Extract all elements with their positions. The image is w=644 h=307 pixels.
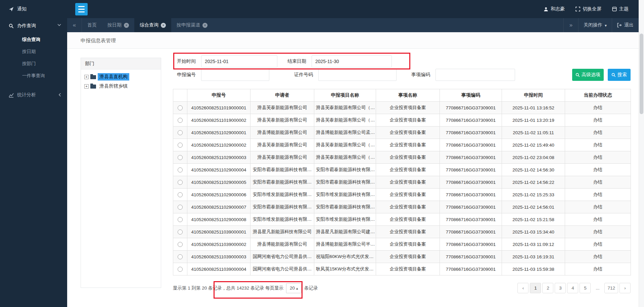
table-row[interactable]: 4105260082511019000001滑县芙泰新能源有限公司滑县芙泰新能源… (173, 102, 631, 114)
close-operations-dropdown[interactable]: 关闭操作 (578, 18, 612, 32)
row-radio[interactable] (178, 217, 183, 222)
page-size-select[interactable]: 20 (286, 283, 302, 293)
sidebar-subitem-0[interactable]: 综合查询 (0, 34, 67, 46)
chevron-left-icon (59, 93, 61, 97)
row-radio[interactable] (178, 105, 183, 110)
table-row[interactable]: 4105260082511029000005安阳市霸泰新能源科技有限…安阳市霸泰… (173, 176, 631, 189)
menu-toggle-button[interactable] (75, 3, 88, 15)
row-radio[interactable] (178, 180, 183, 185)
cell-project: 滑县星凡新能源有限公司建… (314, 226, 376, 238)
tree-node-0[interactable]: 滑县县直机构 (84, 72, 157, 82)
user-name: 和志豪 (551, 6, 565, 12)
sidebar-subitem-1[interactable]: 按日期 (0, 46, 67, 58)
table-row[interactable]: 4105260082511029000008安阳市维发新能源科技有限…安阳市维发… (173, 213, 631, 226)
table-row[interactable]: 4105260082511019000002滑县芙泰新能源有限公司滑县芙泰新能源… (173, 114, 631, 126)
row-radio[interactable] (178, 167, 183, 172)
tree-expander-icon[interactable] (84, 75, 89, 79)
tree-expander-icon[interactable] (84, 84, 89, 89)
column-header: 申报项目名称 (314, 89, 376, 102)
cell-id: 4105260082511029000002 (187, 139, 250, 151)
tab-item-2[interactable]: 综合查询× (134, 18, 171, 32)
fullscreen-toggle[interactable]: 切换全屏 (576, 6, 601, 12)
theme-menu[interactable]: 主题 (612, 6, 629, 12)
table-row[interactable]: 4105260082511029000002滑县芙泰新能源有限公司滑县芙泰新能源… (173, 139, 631, 151)
cell-applicant: 国网河南省电力公司滑县供… (250, 263, 314, 275)
tree-node-1[interactable]: 滑县所辖乡镇 (84, 82, 157, 91)
row-radio[interactable] (178, 229, 183, 235)
sidebar-menu-stats[interactable]: 统计分析 (0, 87, 67, 103)
sidebar-subitem-3[interactable]: 一件事查询 (0, 70, 67, 82)
search-button-label: 搜索 (617, 72, 627, 78)
tabbar: 首页按日期×综合查询×按申报渠道× 关闭操作 退出 (67, 18, 639, 32)
cell-code: 770866716GG37309001 (440, 213, 502, 226)
page-button-1[interactable]: 1 (530, 283, 541, 293)
cell-applicant: 滑县博能新能源有限公司 (250, 126, 314, 139)
tab-item-0[interactable]: 首页 (82, 18, 102, 32)
pagination-summary-prefix: 显示第 1 到第 20 条记录，总共 14232 条记录 每页显示 (173, 285, 283, 291)
cell-item: 企业投资项目备案 (376, 263, 440, 275)
table-row[interactable]: 4105260082511039000003国网河南省电力公司滑县供…祝瑞阳60… (173, 251, 631, 263)
page-button-4[interactable]: 4 (567, 283, 578, 293)
cell-code: 770866716GG37309001 (440, 151, 502, 164)
cell-code: 770866716GG37309001 (440, 189, 502, 201)
table-row[interactable]: 4105260082511039000004国网河南省电力公司滑县供…耿凤英15… (173, 263, 631, 275)
table-row[interactable]: 4105260082511029000004安阳市霸泰新能源科技有限…安阳市霸泰… (173, 164, 631, 176)
row-radio[interactable] (178, 192, 183, 197)
cell-status: 办结 (565, 164, 631, 176)
row-radio[interactable] (178, 118, 183, 123)
tab-item-1[interactable]: 按日期× (102, 18, 134, 32)
table-row[interactable]: 4105260082511029000006安阳市维发新能源科技有限…安阳市维发… (173, 189, 631, 201)
tree-node-label[interactable]: 滑县县直机构 (98, 73, 129, 81)
column-header: 当前办理状态 (565, 89, 631, 102)
row-radio[interactable] (178, 143, 183, 148)
sidebar-item-notice[interactable]: 通知 (0, 0, 67, 18)
declare-no-input[interactable] (201, 69, 269, 81)
end-date-input[interactable] (312, 55, 392, 67)
declaration-table: 申报号申请者申报项目名称事项名称事项编码申报时间当前办理状态 410526008… (173, 89, 631, 275)
table-row[interactable]: 4105260082511039000002滑县博能新能源有限公司滑县博能新能源… (173, 238, 631, 251)
exit-button[interactable]: 退出 (612, 18, 639, 32)
sidebar-menu-query[interactable]: 办件查询 (0, 18, 67, 34)
sidebar-subitem-2[interactable]: 按部门 (0, 58, 67, 70)
user-menu[interactable]: 和志豪 (544, 6, 565, 12)
item-code-input[interactable] (435, 69, 515, 81)
start-date-input[interactable] (201, 55, 277, 67)
cell-project: 滑县芙泰新能源有限公司（… (314, 139, 376, 151)
tab-label: 综合查询 (140, 22, 158, 28)
table-row[interactable]: 4105260082511029000001滑县博能新能源有限公司滑县博能新能源… (173, 126, 631, 139)
advanced-options-button[interactable]: 高级选项 (572, 69, 604, 81)
page-button-2[interactable]: 2 (542, 283, 553, 293)
tab-close-icon[interactable]: × (202, 23, 208, 28)
row-radio[interactable] (178, 155, 183, 160)
search-button[interactable]: 搜索 (608, 69, 631, 81)
page-button-›[interactable]: › (619, 283, 631, 293)
tabs-scroll-left-button[interactable] (67, 18, 82, 32)
cell-item: 企业投资项目备案 (376, 126, 440, 139)
search-icon (611, 73, 616, 77)
theme-icon (612, 7, 617, 11)
tab-close-icon[interactable]: × (124, 23, 129, 28)
row-radio[interactable] (178, 267, 183, 272)
cert-no-input[interactable] (318, 69, 397, 81)
row-radio[interactable] (178, 242, 183, 247)
table-row[interactable]: 4105260082511039000001滑县星凡新能源科技有限公司滑县星凡新… (173, 226, 631, 238)
cell-id: 4105260082511029000003 (187, 151, 250, 164)
table-row[interactable]: 4105260082511029000007安阳市霸泰新能源科技有限…安阳市霸泰… (173, 201, 631, 213)
page-button-5[interactable]: 5 (580, 283, 591, 293)
row-radio[interactable] (178, 254, 183, 259)
row-radio[interactable] (178, 205, 183, 210)
table-row[interactable]: 4105260082511029000003滑县芙泰新能源有限公司滑县芙泰新能源… (173, 151, 631, 164)
tab-close-icon[interactable]: × (161, 23, 166, 28)
cell-status: 办结 (565, 102, 631, 114)
tabs-scroll-right-button[interactable] (563, 18, 578, 32)
vertical-scrollbar[interactable] (639, 0, 644, 307)
page-button-3[interactable]: 3 (555, 283, 566, 293)
cell-time: 2025-11-01 13:16:52 (502, 102, 565, 114)
page-button-712[interactable]: 712 (604, 283, 618, 293)
page-button-‹[interactable]: ‹ (517, 283, 528, 293)
tree-node-label[interactable]: 滑县所辖乡镇 (98, 83, 129, 90)
tab-item-3[interactable]: 按申报渠道× (171, 18, 213, 32)
row-radio[interactable] (178, 130, 183, 135)
scrollbar-thumb[interactable] (640, 34, 643, 114)
declare-no-label: 申报编号 (177, 72, 196, 78)
